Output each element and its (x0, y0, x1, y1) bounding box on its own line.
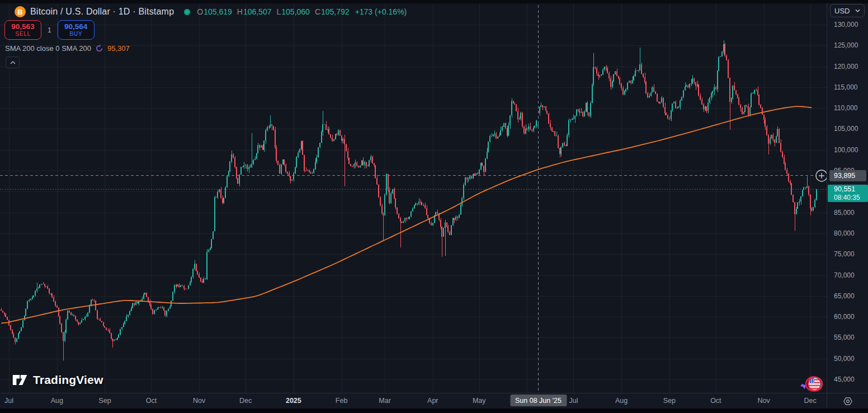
time-tick-label: Dec (804, 397, 816, 405)
trade-panel: 90,563 SELL 1 90,564 BUY (4, 20, 95, 40)
axis-corner (827, 393, 868, 409)
high-label: H (237, 7, 243, 16)
price-tick-label: 125,000 (834, 41, 858, 49)
symbol-header: B Bitcoin / U.S. Dollar · 1D · Bitstamp … (15, 6, 407, 17)
ohlc-legend: O105,619 H106,507 L105,060 C105,792 +173… (197, 7, 407, 16)
price-tick-label: 115,000 (834, 83, 858, 91)
time-tick-label: Sep (98, 397, 111, 405)
price-tick-label: 75,000 (834, 250, 855, 258)
cursor-icon (800, 384, 806, 389)
price-tick-label: 80,000 (834, 229, 855, 237)
price-tick-label: 65,000 (834, 292, 855, 300)
price-tick-label: 45,000 (834, 376, 855, 383)
sell-price: 90,563 (11, 22, 34, 31)
time-tick-label: Oct (710, 397, 721, 405)
time-tick-label: Jul (569, 397, 578, 405)
price-tick-label: 60,000 (834, 313, 855, 321)
time-tick-label: Nov (193, 397, 205, 405)
bar-countdown: 08:40:35 (834, 194, 868, 201)
chevron-up-icon (10, 61, 16, 64)
price-tick-label: 85,000 (834, 209, 855, 217)
price-tick-label: 100,000 (834, 146, 858, 154)
price-tick-label: 130,000 (834, 21, 858, 29)
time-axis[interactable]: Sun 08 Jun '25 JulAugSepOctNovDec2025Feb… (0, 393, 827, 409)
close-value: 105,792 (321, 7, 350, 16)
last-price-value: 90,551 (834, 185, 868, 194)
time-tick-label: Apr (427, 397, 438, 405)
time-tick-label: Oct (146, 397, 157, 405)
time-tick-label: May (473, 397, 486, 405)
price-tick-label: 70,000 (834, 271, 855, 279)
chevron-down-icon (855, 9, 860, 12)
change-value: +173 (+0.16%) (355, 7, 407, 16)
bitcoin-icon: B (15, 6, 26, 17)
sell-button[interactable]: 90,563 SELL (4, 20, 41, 40)
price-tick-label: 55,000 (834, 334, 855, 341)
buy-button[interactable]: 90,564 BUY (58, 20, 95, 40)
time-tick-label: Aug (51, 397, 63, 405)
price-axis[interactable]: USD 93,895 90,551 08:40:35 130,000125,00… (827, 0, 868, 393)
time-tick-label: Jul (4, 397, 13, 405)
collapse-button[interactable] (6, 57, 20, 68)
crosshair-price-label: 93,895 (829, 170, 866, 181)
watermark-text: TradingView (33, 373, 103, 387)
low-label: L (276, 7, 281, 16)
time-tick-label: Dec (239, 397, 252, 405)
high-value: 106,507 (243, 7, 272, 16)
crosshair-time-label: Sun 08 Jun '25 (510, 395, 567, 406)
buy-label: BUY (69, 31, 82, 37)
symbol-title[interactable]: Bitcoin / U.S. Dollar · 1D · Bitstamp (30, 7, 174, 17)
window-bottom-strip (0, 409, 868, 413)
window-top-strip (0, 0, 868, 3)
currency-dropdown[interactable]: USD (830, 4, 865, 17)
open-value: 105,619 (204, 7, 232, 16)
buy-price: 90,564 (64, 22, 87, 31)
indicator-legend[interactable]: SMA 200 close 0 SMA 200 95,307 (5, 44, 130, 53)
price-scale-settings-button[interactable] (843, 396, 853, 406)
sma-value: 95,307 (107, 44, 130, 53)
time-tick-label: 2025 (286, 397, 301, 405)
last-price-label: 90,551 08:40:35 (828, 185, 868, 202)
price-tick-label: 120,000 (834, 63, 858, 71)
quantity-field[interactable]: 1 (48, 26, 51, 34)
sell-label: SELL (15, 31, 31, 37)
currency-label: USD (834, 7, 850, 15)
time-tick-label: Feb (336, 397, 348, 405)
time-tick-label: Nov (757, 397, 770, 405)
candlestick-chart[interactable] (0, 0, 827, 393)
price-tick-label: 50,000 (834, 355, 855, 363)
tradingview-chart-window: B Bitcoin / U.S. Dollar · 1D · Bitstamp … (0, 0, 868, 413)
settings-gear-icon (843, 396, 853, 406)
time-tick-label: Aug (615, 397, 628, 405)
indicator-loading-icon (95, 44, 103, 53)
tradingview-watermark: TradingView (12, 373, 103, 387)
low-value: 105,060 (281, 7, 310, 16)
close-label: C (315, 7, 320, 16)
open-label: O (197, 7, 203, 16)
time-tick-label: Sep (663, 397, 676, 405)
indicator-title: SMA 200 close 0 SMA 200 (5, 44, 91, 53)
market-status-icon[interactable] (184, 9, 190, 15)
time-tick-label: Mar (379, 397, 391, 405)
tradingview-logo-icon (12, 373, 28, 387)
price-tick-label: 110,000 (834, 104, 858, 112)
price-tick-label: 105,000 (834, 125, 858, 133)
